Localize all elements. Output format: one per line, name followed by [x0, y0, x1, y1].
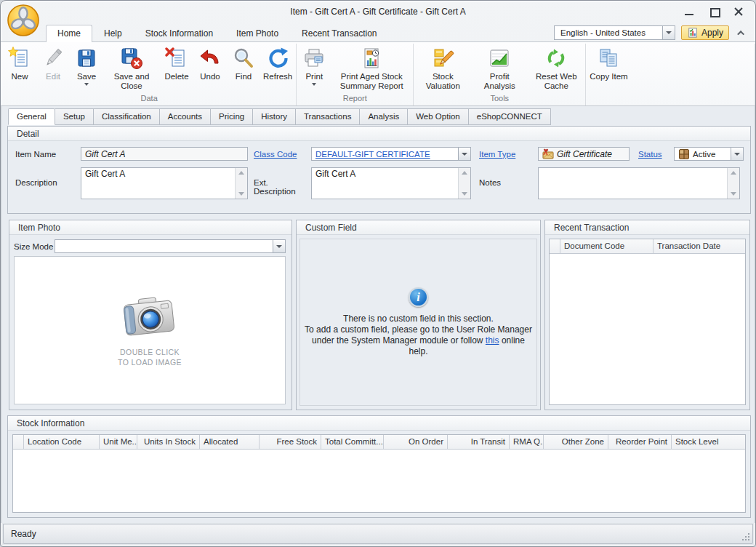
save-dropdown-arrow[interactable] [84, 83, 89, 86]
status-link[interactable]: Status [638, 150, 667, 159]
ribbon-tab-bar: Home Help Stock Information Item Photo R… [1, 23, 755, 41]
copy-item-button[interactable]: Copy Item [587, 44, 630, 81]
row-selector-column [13, 435, 24, 449]
item-type-link[interactable]: Item Type [479, 150, 531, 159]
close-button[interactable] [732, 7, 745, 17]
tab-analysis[interactable]: Analysis [360, 108, 408, 125]
refresh-button[interactable]: Refresh [260, 44, 295, 81]
tab-history[interactable]: History [253, 108, 296, 125]
print-aged-stock-summary-report-button[interactable]: Print Aged Stock Summary Report [331, 44, 412, 91]
form-content: General Setup Classification Accounts Pr… [1, 106, 755, 523]
print-dropdown-arrow[interactable] [312, 83, 316, 86]
photo-placeholder-text: DOUBLE CLICK TO LOAD IMAGE [118, 347, 182, 367]
apply-button[interactable]: Apply [681, 25, 729, 40]
item-photo-panel: Item Photo Size Mode [9, 220, 292, 410]
size-mode-dropdown-button[interactable] [273, 240, 285, 252]
language-dropdown-button[interactable] [662, 26, 675, 39]
undo-button[interactable]: Undo [193, 44, 227, 81]
status-combo[interactable]: Active [674, 147, 744, 161]
column-in-transit[interactable]: In Transit [448, 435, 510, 449]
class-code-value[interactable]: DEFAULT-GIFT CERTIFICATE [312, 148, 458, 160]
column-other-zone[interactable]: Other Zone [544, 435, 608, 449]
stock-information-grid[interactable]: Location Code Unit Me... Units In Stock … [12, 434, 746, 513]
row-selector-column [550, 239, 560, 253]
aged-stock-report-icon [360, 47, 383, 70]
print-button[interactable]: Print [297, 44, 331, 86]
save-button[interactable]: Save [70, 44, 103, 86]
notes-scrollbar[interactable] [727, 168, 739, 199]
ribbon-tab-item-photo[interactable]: Item Photo [225, 25, 290, 42]
ribbon: New Edit [1, 41, 755, 106]
status-dropdown-button[interactable] [731, 148, 743, 160]
tab-setup[interactable]: Setup [55, 108, 94, 125]
tab-transactions[interactable]: Transactions [296, 108, 360, 125]
tab-eshopconnect[interactable]: eShopCONNECT [469, 108, 551, 125]
column-stock-level[interactable]: Stock Level [672, 435, 745, 449]
item-type-field[interactable]: Gift Certificate [538, 147, 630, 161]
class-code-dropdown-button[interactable] [458, 148, 470, 160]
size-mode-label: Size Mode [14, 242, 55, 251]
ribbon-tab-home[interactable]: Home [46, 25, 92, 42]
column-unit-measure[interactable]: Unit Me... [100, 435, 137, 449]
notes-field[interactable] [538, 167, 740, 199]
class-code-link[interactable]: Class Code [254, 150, 305, 159]
item-name-label: Item Name [15, 150, 81, 159]
column-reorder-point[interactable]: Reorder Point [608, 435, 672, 449]
ribbon-group-report: Print [297, 44, 414, 105]
class-code-combo[interactable]: DEFAULT-GIFT CERTIFICATE [311, 147, 471, 161]
online-help-link[interactable]: this [486, 335, 499, 346]
collapse-ribbon-button[interactable] [733, 26, 749, 39]
recent-transaction-panel: Recent Transaction Document Code Transac… [544, 220, 750, 410]
gift-certificate-icon [542, 148, 554, 160]
reset-web-cache-icon [544, 47, 568, 70]
column-transaction-date[interactable]: Transaction Date [654, 239, 745, 253]
tab-classification[interactable]: Classification [94, 108, 160, 125]
item-name-field[interactable]: Gift Cert A [81, 147, 248, 161]
recent-transaction-grid[interactable]: Document Code Transaction Date [549, 239, 746, 405]
edit-button[interactable]: Edit [36, 44, 70, 81]
stock-valuation-button[interactable]: Stock Valuation [414, 44, 471, 91]
ribbon-tab-stock-information[interactable]: Stock Information [134, 25, 225, 42]
resize-grip[interactable] [748, 539, 749, 540]
title-bar: Item - Gift Cert A - Gift Certificate - … [1, 1, 755, 23]
column-document-code[interactable]: Document Code [560, 239, 654, 253]
minimize-button[interactable] [683, 7, 696, 17]
tab-general[interactable]: General [8, 108, 55, 125]
restore-button[interactable] [707, 7, 720, 17]
item-photo-header: Item Photo [9, 220, 291, 235]
find-button[interactable]: Find [227, 44, 260, 81]
ribbon-group-label-data: Data [3, 93, 295, 105]
description-scrollbar[interactable] [235, 168, 247, 199]
tab-pricing[interactable]: Pricing [211, 108, 253, 125]
language-selector[interactable]: English - United States [554, 25, 675, 40]
size-mode-combo[interactable] [55, 239, 286, 253]
app-logo-icon[interactable] [7, 4, 40, 37]
new-button[interactable]: New [3, 44, 36, 81]
column-rma-quantity[interactable]: RMA Q... [510, 435, 544, 449]
column-free-stock[interactable]: Free Stock [260, 435, 321, 449]
column-units-in-stock[interactable]: Units In Stock [137, 435, 200, 449]
description-value: Gift Cert A [85, 169, 125, 179]
ribbon-tab-help[interactable]: Help [92, 25, 134, 42]
ext-description-value: Gift Cert A [315, 169, 355, 179]
column-allocated[interactable]: Allocated [200, 435, 260, 449]
column-location-code[interactable]: Location Code [24, 435, 100, 449]
ext-description-scrollbar[interactable] [458, 168, 470, 199]
stock-information-panel: Stock Information Location Code Unit Me.… [7, 415, 751, 518]
save-and-close-button[interactable]: Save and Close [103, 44, 160, 91]
tab-accounts[interactable]: Accounts [160, 108, 211, 125]
profit-analysis-button[interactable]: Profit Analysis [471, 44, 528, 91]
ribbon-tab-recent-transaction[interactable]: Recent Transaction [290, 25, 388, 42]
reset-web-cache-button[interactable]: Reset Web Cache [528, 44, 584, 91]
column-total-committed[interactable]: Total Committ... [321, 435, 384, 449]
size-mode-value [55, 240, 273, 252]
column-on-order[interactable]: On Order [384, 435, 448, 449]
photo-drop-area[interactable]: DOUBLE CLICK TO LOAD IMAGE [14, 256, 286, 404]
ext-description-field[interactable]: Gift Cert A [311, 167, 471, 199]
stock-valuation-icon [431, 47, 454, 70]
description-field[interactable]: Gift Cert A [81, 167, 248, 199]
delete-button[interactable]: Delete [160, 44, 193, 81]
custom-field-panel: Custom Field i There is no custom field … [296, 220, 541, 410]
new-document-icon [8, 47, 31, 70]
tab-web-option[interactable]: Web Option [408, 108, 469, 125]
